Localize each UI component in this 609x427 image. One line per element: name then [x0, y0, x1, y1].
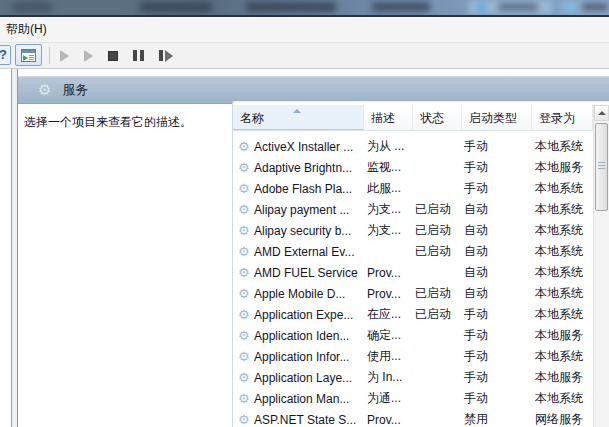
cell-description: 为支... — [364, 222, 413, 239]
description-placeholder: 选择一个项目来查看它的描述。 — [24, 114, 192, 131]
table-row[interactable]: ⚙Adaptive Brightn...监视...手动本地服务 — [233, 157, 593, 178]
cell-startup-type: 手动 — [462, 180, 532, 197]
service-gear-icon: ⚙ — [233, 287, 254, 300]
table-row[interactable]: ⚙AMD External Ev...已启动自动本地系统 — [233, 241, 593, 262]
toolbar-separator — [49, 47, 50, 64]
column-header-description[interactable]: 描述 — [364, 105, 413, 130]
column-header-label: 状态 — [420, 111, 444, 125]
service-gear-icon: ⚙ — [233, 266, 254, 279]
service-gear-icon: ⚙ — [233, 224, 254, 237]
console-content: ⚙ 服务 选择一个项目来查看它的描述。 名称 描述 状态 启动类型 — [0, 69, 609, 427]
cell-name: Application Laye... — [254, 371, 364, 385]
cell-logon-as: 本地系统 — [532, 306, 593, 323]
service-gear-icon: ⚙ — [233, 392, 254, 405]
blur-blob — [582, 3, 608, 11]
cell-name: Alipay payment ... — [254, 203, 364, 217]
table-row[interactable]: ⚙AMD FUEL ServiceProv...自动本地系统 — [233, 262, 593, 283]
cell-logon-as: 本地系统 — [532, 243, 593, 260]
table-header: 名称 描述 状态 启动类型 登录为 — [233, 105, 593, 131]
cell-description: Prov... — [364, 413, 413, 427]
cell-description: 确定... — [364, 327, 413, 344]
table-row[interactable]: ⚙Apple Mobile D...Prov...已启动自动本地系统 — [233, 283, 593, 304]
table-row[interactable]: ⚙Application Iden...确定...手动本地服务 — [233, 325, 593, 346]
scrollbar-thumb[interactable] — [595, 123, 608, 211]
resume-service-button[interactable] — [84, 50, 93, 62]
service-gear-icon: ⚙ — [233, 203, 254, 216]
services-gear-icon: ⚙ — [38, 81, 51, 99]
column-header-label: 启动类型 — [469, 111, 517, 125]
blur-blob — [246, 2, 336, 12]
scrollbar-grip — [598, 162, 605, 171]
cell-logon-as: 本地服务 — [532, 159, 593, 176]
chevron-up-icon — [598, 111, 606, 115]
table-row[interactable]: ⚙Application Infor...使用...手动本地系统 — [233, 346, 593, 367]
cell-startup-type: 手动 — [462, 327, 532, 344]
column-header-logon-as[interactable]: 登录为 — [532, 105, 593, 130]
console-tree-pane[interactable] — [0, 69, 12, 427]
column-header-status[interactable]: 状态 — [413, 105, 462, 130]
cell-name: AMD External Ev... — [254, 245, 364, 259]
cell-name: Application Iden... — [254, 329, 364, 343]
menu-help[interactable]: 帮助(H) — [0, 18, 53, 41]
cell-status: 已启动 — [413, 306, 462, 323]
cell-description: 使用... — [364, 348, 413, 365]
cell-name: ActiveX Installer ... — [254, 140, 364, 154]
restart-icon — [159, 50, 173, 62]
stop-service-button[interactable] — [108, 51, 118, 61]
scrollbar-up-button[interactable] — [594, 105, 609, 121]
cell-logon-as: 本地系统 — [532, 138, 593, 155]
cell-name: Adobe Flash Pla... — [254, 182, 364, 196]
table-row[interactable]: ⚙Application Man...为通...手动本地系统 — [233, 388, 593, 409]
show-console-window-icon — [21, 49, 36, 62]
service-gear-icon: ⚙ — [233, 245, 254, 258]
table-row[interactable]: ⚙Application Laye...为 In...手动本地服务 — [233, 367, 593, 388]
column-header-startup-type[interactable]: 启动类型 — [462, 105, 532, 130]
vertical-scrollbar[interactable] — [593, 105, 609, 427]
panel-title: 服务 — [62, 81, 88, 99]
sort-ascending-icon — [293, 109, 301, 113]
blur-blob — [498, 3, 538, 11]
cell-status: 已启动 — [413, 285, 462, 302]
table-row[interactable]: ⚙ActiveX Installer ...为从 ...手动本地系统 — [233, 136, 593, 157]
cell-name: Application Man... — [254, 392, 364, 406]
cell-description: 为 In... — [364, 369, 413, 386]
cell-name: Application Expe... — [254, 308, 364, 322]
cell-startup-type: 自动 — [462, 285, 532, 302]
column-header-label: 名称 — [240, 111, 264, 125]
column-header-label: 登录为 — [539, 111, 575, 125]
cell-description: Prov... — [364, 266, 413, 280]
blur-blob — [372, 2, 430, 12]
restart-service-button[interactable] — [159, 50, 173, 62]
table-row[interactable]: ⚙Adobe Flash Pla...此服...手动本地系统 — [233, 178, 593, 199]
table-row[interactable]: ⚙Alipay security b...为支...已启动自动本地系统 — [233, 220, 593, 241]
services-panel: ⚙ 服务 选择一个项目来查看它的描述。 名称 描述 状态 启动类型 — [17, 69, 609, 427]
cell-logon-as: 本地系统 — [532, 201, 593, 218]
pause-service-button[interactable] — [133, 50, 144, 61]
cell-description: 此服... — [364, 180, 413, 197]
cell-startup-type: 自动 — [462, 222, 532, 239]
cell-name: Application Infor... — [254, 350, 364, 364]
cell-name: Apple Mobile D... — [254, 287, 364, 301]
cell-startup-type: 手动 — [462, 138, 532, 155]
service-gear-icon: ⚙ — [233, 140, 254, 153]
show-console-window-button[interactable] — [15, 44, 42, 66]
toolbar: ? — [0, 43, 609, 69]
cell-logon-as: 本地系统 — [532, 285, 593, 302]
table-row[interactable]: ⚙Application Expe...在应...已启动手动本地系统 — [233, 304, 593, 325]
table-row[interactable]: ⚙Alipay payment ...为支...已启动自动本地系统 — [233, 199, 593, 220]
cell-startup-type: 手动 — [462, 348, 532, 365]
column-header-label: 描述 — [371, 111, 395, 125]
menu-bar: 帮助(H) — [0, 17, 609, 43]
table-row[interactable]: ⚙ASP.NET State S...Prov...禁用网络服务 — [233, 409, 593, 427]
services-header-band: ⚙ 服务 — [18, 76, 609, 104]
cell-description: 为从 ... — [364, 138, 413, 155]
blur-blob — [140, 2, 212, 12]
play-icon — [60, 50, 69, 62]
column-header-name[interactable]: 名称 — [233, 105, 364, 130]
help-icon[interactable]: ? — [0, 45, 11, 65]
start-service-button[interactable] — [60, 50, 69, 62]
cell-logon-as: 本地系统 — [532, 180, 593, 197]
cell-description: Prov... — [364, 287, 413, 301]
cell-startup-type: 手动 — [462, 390, 532, 407]
cell-startup-type: 自动 — [462, 243, 532, 260]
